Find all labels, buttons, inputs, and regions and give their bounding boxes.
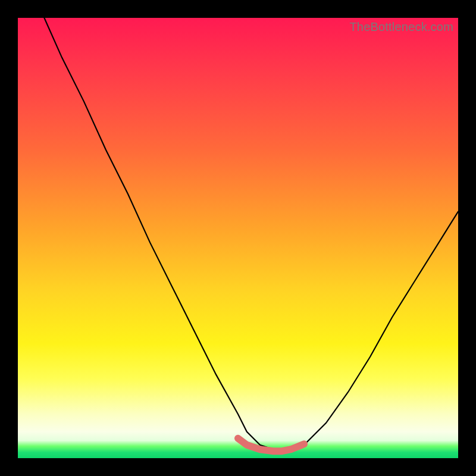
plot-area: TheBottleneck.com <box>18 18 458 458</box>
chart-svg <box>18 18 458 458</box>
bottom-highlight-path <box>238 439 304 452</box>
watermark-text: TheBottleneck.com <box>349 20 453 34</box>
chart-frame: TheBottleneck.com <box>0 0 476 476</box>
main-curve-path <box>44 18 458 449</box>
